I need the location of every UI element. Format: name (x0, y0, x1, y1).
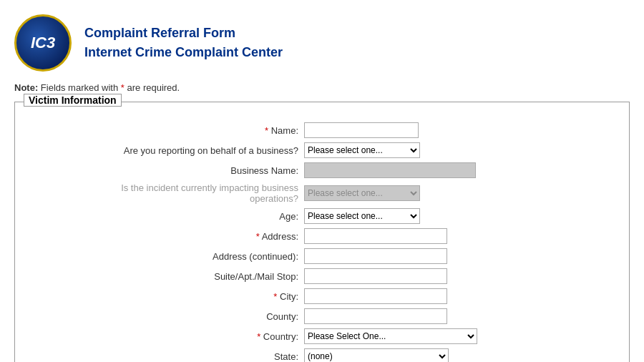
section-title: Victim Information (24, 94, 122, 107)
state-cell: (none) (301, 346, 615, 362)
business-name-input[interactable] (304, 162, 476, 178)
name-input[interactable] (304, 122, 419, 138)
victim-information-section: Victim Information * Name: Are you repor… (14, 102, 630, 362)
name-label: * Name: (29, 120, 301, 140)
state-row: State: (none) (29, 346, 615, 362)
note-suffix: are required. (125, 82, 180, 93)
city-cell (301, 286, 615, 306)
county-row: County: (29, 306, 615, 326)
form-title-line1: Complaint Referral Form (84, 24, 283, 43)
city-row: * City: (29, 286, 615, 306)
address-row: * Address: (29, 226, 615, 246)
age-select[interactable]: Please select one... (304, 208, 420, 224)
business-name-label: Business Name: (29, 160, 301, 180)
header: IC3 Complaint Referral Form Internet Cri… (14, 7, 630, 82)
incident-row: Is the incident currently impacting busi… (29, 180, 615, 206)
address-cont-label: Address (continued): (29, 246, 301, 266)
incident-label: Is the incident currently impacting busi… (29, 180, 301, 206)
county-cell (301, 306, 615, 326)
city-label: * City: (29, 286, 301, 306)
country-cell: Please Select One... United States (301, 326, 615, 346)
business-question-cell: Please select one... Yes No (301, 140, 615, 160)
business-name-row: Business Name: (29, 160, 615, 180)
address-cont-row: Address (continued): (29, 246, 615, 266)
suite-row: Suite/Apt./Mail Stop: (29, 266, 615, 286)
city-input[interactable] (304, 288, 447, 304)
business-question-row: Are you reporting on behalf of a busines… (29, 140, 615, 160)
business-question-label: Are you reporting on behalf of a busines… (29, 140, 301, 160)
address-cell (301, 226, 615, 246)
suite-cell (301, 266, 615, 286)
note-text: Fields marked with (38, 82, 121, 93)
form-table: * Name: Are you reporting on behalf of a… (29, 120, 615, 362)
county-input[interactable] (304, 308, 447, 324)
age-row: Age: Please select one... (29, 206, 615, 226)
business-question-select[interactable]: Please select one... Yes No (304, 142, 420, 158)
state-label: State: (29, 346, 301, 362)
name-row: * Name: (29, 120, 615, 140)
age-label: Age: (29, 206, 301, 226)
incident-select[interactable]: Please select one... Yes No (304, 185, 420, 201)
incident-cell: Please select one... Yes No (301, 180, 615, 206)
address-input[interactable] (304, 228, 447, 244)
suite-input[interactable] (304, 268, 447, 284)
business-name-cell (301, 160, 615, 180)
address-label: * Address: (29, 226, 301, 246)
country-row: * Country: Please Select One... United S… (29, 326, 615, 346)
state-select[interactable]: (none) (304, 348, 449, 362)
county-label: County: (29, 306, 301, 326)
form-title-line2: Internet Crime Complaint Center (84, 43, 283, 62)
note-bold: Note: (14, 82, 38, 93)
address-cont-input[interactable] (304, 248, 447, 264)
age-cell: Please select one... (301, 206, 615, 226)
suite-label: Suite/Apt./Mail Stop: (29, 266, 301, 286)
name-input-cell (301, 120, 615, 140)
address-cont-cell (301, 246, 615, 266)
logo: IC3 (14, 14, 72, 72)
country-select[interactable]: Please Select One... United States (304, 328, 477, 344)
note-line: Note: Fields marked with * are required. (14, 82, 630, 93)
country-label: * Country: (29, 326, 301, 346)
